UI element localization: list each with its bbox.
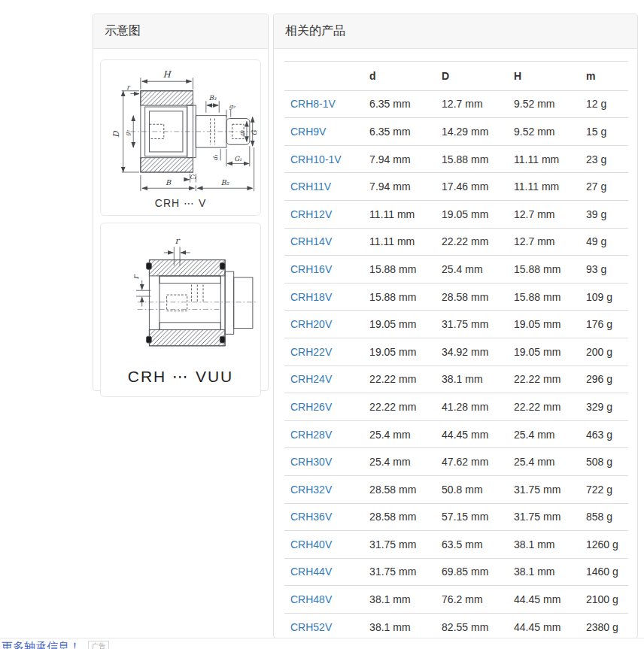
cell-D: 14.29 mm xyxy=(436,118,508,146)
cell-m: 1460 g xyxy=(580,558,628,586)
cell-m: 858 g xyxy=(580,503,628,531)
cell-H: 25.4 mm xyxy=(508,420,580,448)
table-row: CRH11V7.94 mm17.46 mm11.11 mm27 g xyxy=(284,173,628,201)
cell-m: 1260 g xyxy=(580,531,628,559)
dim-label-r-top: r xyxy=(175,235,181,246)
cell-H: 25.4 mm xyxy=(508,448,580,476)
ad-badge: 广告 xyxy=(88,641,109,649)
cell-d: 38.1 mm xyxy=(363,613,436,641)
product-link[interactable]: CRH32V xyxy=(290,484,332,496)
cell-model: CRH10-1V xyxy=(284,145,363,173)
crh-v-diagram-image: H r B₃ g₂ D g₁ d₁ G₁ C₁ B B₂ g₁ G xyxy=(104,65,259,194)
schematic-panel-body: H r B₃ g₂ D g₁ d₁ G₁ C₁ B B₂ g₁ G CRH ⋯ … xyxy=(93,49,268,408)
cell-d: 15.88 mm xyxy=(363,283,436,311)
product-link[interactable]: CRH44V xyxy=(290,566,332,578)
cell-D: 15.88 mm xyxy=(436,145,508,173)
cell-D: 47.62 mm xyxy=(436,448,508,476)
dim-label-D: D xyxy=(111,130,121,138)
cell-D: 38.1 mm xyxy=(436,365,508,393)
cell-model: CRH20V xyxy=(284,311,363,338)
cell-m: 200 g xyxy=(580,338,628,365)
table-row: CRH20V19.05 mm31.75 mm19.05 mm176 g xyxy=(284,311,628,338)
table-row: CRH26V22.22 mm41.28 mm22.22 mm329 g xyxy=(284,393,628,421)
cell-model: CRH48V xyxy=(284,586,363,614)
dim-label-r-left: r xyxy=(131,274,141,279)
product-link[interactable]: CRH36V xyxy=(290,511,332,523)
diagram-card-crh-vuu[interactable]: r r CRH ⋯ VUU xyxy=(100,223,261,397)
table-row: CRH28V25.4 mm44.45 mm25.4 mm463 g xyxy=(284,420,628,448)
cell-d: 22.22 mm xyxy=(363,365,436,393)
product-link[interactable]: CRH16V xyxy=(290,263,332,275)
cell-model: CRH52V xyxy=(284,613,363,641)
product-link[interactable]: CRH52V xyxy=(290,621,332,633)
footer-link[interactable]: 更多轴承信息！ xyxy=(2,641,80,649)
table-row: CRH16V15.88 mm25.4 mm15.88 mm93 g xyxy=(284,256,628,284)
cell-H: 22.22 mm xyxy=(508,365,580,393)
cell-H: 19.05 mm xyxy=(508,311,580,338)
cell-model: CRH9V xyxy=(284,118,363,146)
table-row: CRH9V6.35 mm14.29 mm9.52 mm15 g xyxy=(284,118,628,146)
product-link[interactable]: CRH26V xyxy=(290,401,332,413)
cell-m: 508 g xyxy=(580,448,628,476)
cell-m: 27 g xyxy=(580,173,628,201)
header-D: D xyxy=(436,62,508,91)
cell-D: 28.58 mm xyxy=(436,283,508,311)
cell-m: 93 g xyxy=(580,256,628,284)
related-products-body: d D H m CRH8-1V6.35 mm12.7 mm9.52 mm12 g… xyxy=(274,49,637,641)
header-d: d xyxy=(363,62,436,91)
dim-label-g1-left: g₁ xyxy=(124,130,131,136)
dim-label-H: H xyxy=(163,69,172,80)
diagram-card-crh-v[interactable]: H r B₃ g₂ D g₁ d₁ G₁ C₁ B B₂ g₁ G CRH ⋯ … xyxy=(100,59,261,216)
product-link[interactable]: CRH24V xyxy=(290,373,332,385)
cell-m: 176 g xyxy=(580,311,628,338)
product-link[interactable]: CRH11V xyxy=(290,180,331,193)
table-row: CRH48V38.1 mm76.2 mm44.45 mm2100 g xyxy=(284,586,628,614)
cell-model: CRH26V xyxy=(284,393,363,421)
table-row: CRH24V22.22 mm38.1 mm22.22 mm296 g xyxy=(284,365,628,393)
cell-D: 12.7 mm xyxy=(436,90,508,118)
table-row: CRH14V11.11 mm22.22 mm12.7 mm49 g xyxy=(284,228,628,256)
cell-d: 38.1 mm xyxy=(363,586,436,614)
cell-m: 15 g xyxy=(580,118,628,146)
cell-m: 12 g xyxy=(580,90,628,118)
cell-d: 7.94 mm xyxy=(363,173,436,201)
product-link[interactable]: CRH48V xyxy=(290,593,332,605)
dim-label-B: B xyxy=(166,178,172,187)
product-link[interactable]: CRH12V xyxy=(290,208,332,220)
product-link[interactable]: CRH8-1V xyxy=(290,98,336,110)
cell-d: 31.75 mm xyxy=(363,558,436,586)
cell-d: 28.58 mm xyxy=(363,503,436,531)
cell-H: 9.52 mm xyxy=(508,90,580,118)
table-row: CRH32V28.58 mm50.8 mm31.75 mm722 g xyxy=(284,475,628,503)
product-link[interactable]: CRH10-1V xyxy=(290,153,342,165)
schematic-panel-title: 示意图 xyxy=(93,14,268,49)
related-products-title: 相关的产品 xyxy=(274,14,637,49)
cell-H: 44.45 mm xyxy=(508,586,580,614)
product-link[interactable]: CRH40V xyxy=(290,538,332,550)
cell-H: 38.1 mm xyxy=(508,558,580,586)
cell-d: 19.05 mm xyxy=(363,338,436,365)
cell-m: 463 g xyxy=(580,420,628,448)
product-link[interactable]: CRH20V xyxy=(290,318,332,330)
table-row: CRH12V11.11 mm19.05 mm12.7 mm39 g xyxy=(284,200,628,228)
table-row: CRH8-1V6.35 mm12.7 mm9.52 mm12 g xyxy=(284,90,628,118)
dim-label-g2: g₂ xyxy=(229,103,236,110)
product-link[interactable]: CRH18V xyxy=(290,291,332,303)
cell-H: 11.11 mm xyxy=(508,145,580,173)
cell-D: 50.8 mm xyxy=(436,475,508,503)
cell-H: 38.1 mm xyxy=(508,531,580,559)
cell-H: 9.52 mm xyxy=(508,118,580,146)
cell-H: 19.05 mm xyxy=(508,338,580,365)
cell-d: 7.94 mm xyxy=(363,145,436,173)
cell-d: 22.22 mm xyxy=(363,393,436,421)
product-link[interactable]: CRH9V xyxy=(290,126,326,138)
product-link[interactable]: CRH14V xyxy=(290,235,332,247)
cell-model: CRH22V xyxy=(284,338,363,365)
product-link[interactable]: CRH22V xyxy=(290,346,332,358)
dim-label-g1-right: g₁ xyxy=(238,130,245,136)
table-row: CRH44V31.75 mm69.85 mm38.1 mm1460 g xyxy=(284,558,628,586)
dim-label-B3: B₃ xyxy=(209,94,217,102)
dim-label-G1: G₁ xyxy=(234,155,242,162)
product-link[interactable]: CRH28V xyxy=(290,429,332,441)
product-link[interactable]: CRH30V xyxy=(290,456,332,468)
